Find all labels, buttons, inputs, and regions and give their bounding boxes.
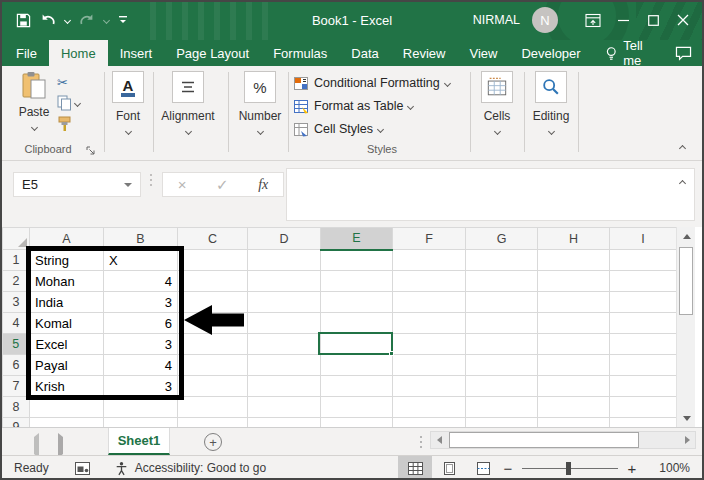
cell[interactable] bbox=[466, 397, 538, 418]
cell[interactable] bbox=[466, 355, 538, 376]
zoom-slider-thumb[interactable] bbox=[566, 462, 571, 475]
cell[interactable] bbox=[538, 334, 610, 355]
cell[interactable] bbox=[610, 334, 677, 355]
cell[interactable] bbox=[393, 334, 466, 355]
tab-page-layout[interactable]: Page Layout bbox=[164, 40, 261, 66]
column-header-h[interactable]: H bbox=[538, 228, 610, 250]
sheet-nav-right-button[interactable] bbox=[58, 437, 63, 455]
column-header-g[interactable]: G bbox=[466, 228, 538, 250]
page-layout-view-button[interactable] bbox=[432, 456, 466, 480]
cell[interactable] bbox=[321, 271, 393, 292]
cell[interactable] bbox=[610, 376, 677, 397]
formula-input[interactable] bbox=[286, 168, 695, 221]
avatar[interactable]: N bbox=[532, 7, 558, 33]
format-painter-button[interactable] bbox=[57, 115, 72, 133]
cell[interactable] bbox=[610, 313, 677, 334]
sheet-tab-sheet1[interactable]: Sheet1 bbox=[108, 428, 170, 455]
cell[interactable] bbox=[178, 250, 248, 271]
scroll-up-button[interactable] bbox=[677, 227, 696, 245]
vertical-scrollbar[interactable] bbox=[676, 227, 695, 427]
new-sheet-button[interactable]: + bbox=[204, 433, 222, 451]
tell-me-box[interactable]: Tell me bbox=[593, 40, 675, 66]
cell[interactable] bbox=[321, 313, 393, 334]
font-group-button[interactable]: A Font bbox=[95, 71, 161, 137]
cell[interactable] bbox=[538, 418, 610, 428]
vertical-scrollbar-thumb[interactable] bbox=[679, 247, 693, 315]
cell[interactable] bbox=[321, 397, 393, 418]
cell[interactable] bbox=[178, 397, 248, 418]
zoom-out-button[interactable]: − bbox=[500, 460, 516, 477]
close-button[interactable] bbox=[668, 0, 698, 40]
undo-button[interactable] bbox=[38, 7, 58, 33]
cell[interactable] bbox=[466, 334, 538, 355]
ribbon-display-options-button[interactable] bbox=[578, 0, 608, 40]
zoom-in-button[interactable]: + bbox=[624, 460, 640, 477]
cell[interactable] bbox=[178, 376, 248, 397]
cell[interactable] bbox=[610, 355, 677, 376]
horizontal-scrollbar[interactable] bbox=[430, 431, 696, 449]
cell[interactable] bbox=[248, 313, 321, 334]
cell[interactable] bbox=[538, 313, 610, 334]
cell[interactable] bbox=[466, 313, 538, 334]
cut-button[interactable]: ✂ bbox=[57, 73, 68, 91]
save-button[interactable] bbox=[14, 7, 33, 33]
cell[interactable] bbox=[248, 376, 321, 397]
cell[interactable] bbox=[393, 250, 466, 271]
editing-group-button[interactable]: Editing bbox=[518, 71, 584, 137]
name-box[interactable]: E5 bbox=[13, 172, 141, 197]
cell[interactable] bbox=[466, 271, 538, 292]
cell[interactable] bbox=[178, 418, 248, 428]
cell[interactable] bbox=[610, 292, 677, 313]
cell[interactable] bbox=[321, 418, 393, 428]
column-header-i[interactable]: I bbox=[610, 228, 677, 250]
insert-function-button[interactable]: fx bbox=[258, 177, 268, 193]
macro-record-button[interactable] bbox=[75, 462, 90, 475]
cell[interactable] bbox=[321, 292, 393, 313]
row-header-9[interactable]: 9 bbox=[3, 418, 30, 428]
tab-home[interactable]: Home bbox=[49, 40, 108, 66]
tab-data[interactable]: Data bbox=[339, 40, 390, 66]
page-break-preview-button[interactable] bbox=[466, 456, 500, 480]
tab-developer[interactable]: Developer bbox=[509, 40, 592, 66]
cell[interactable] bbox=[178, 271, 248, 292]
tab-review[interactable]: Review bbox=[391, 40, 458, 66]
name-box-dropdown-icon[interactable] bbox=[124, 183, 132, 187]
cell[interactable] bbox=[393, 313, 466, 334]
column-header-d[interactable]: D bbox=[248, 228, 321, 250]
cell[interactable] bbox=[538, 376, 610, 397]
cell[interactable] bbox=[248, 250, 321, 271]
cell[interactable] bbox=[321, 376, 393, 397]
scroll-right-button[interactable] bbox=[679, 432, 695, 448]
cell[interactable] bbox=[610, 397, 677, 418]
cell[interactable] bbox=[30, 418, 104, 428]
customize-quick-access-button[interactable] bbox=[116, 7, 130, 33]
cell[interactable] bbox=[393, 271, 466, 292]
cell[interactable] bbox=[248, 334, 321, 355]
cell[interactable] bbox=[393, 397, 466, 418]
column-header-c[interactable]: C bbox=[178, 228, 248, 250]
sheet-nav-left-button[interactable] bbox=[34, 437, 39, 455]
cell[interactable] bbox=[466, 250, 538, 271]
cell[interactable] bbox=[466, 376, 538, 397]
cell[interactable] bbox=[610, 250, 677, 271]
zoom-slider[interactable] bbox=[522, 462, 618, 475]
maximize-button[interactable] bbox=[638, 0, 668, 40]
cell[interactable] bbox=[393, 355, 466, 376]
cell[interactable] bbox=[248, 418, 321, 428]
fill-handle[interactable] bbox=[389, 351, 394, 356]
cell[interactable] bbox=[248, 271, 321, 292]
cell[interactable] bbox=[321, 355, 393, 376]
column-header-f[interactable]: F bbox=[393, 228, 466, 250]
horizontal-scrollbar-thumb[interactable] bbox=[449, 432, 639, 448]
cell[interactable] bbox=[321, 250, 393, 271]
tab-insert[interactable]: Insert bbox=[108, 40, 165, 66]
cell[interactable] bbox=[178, 355, 248, 376]
tab-formulas[interactable]: Formulas bbox=[261, 40, 339, 66]
cell[interactable] bbox=[393, 292, 466, 313]
cell[interactable] bbox=[466, 292, 538, 313]
cell[interactable] bbox=[393, 376, 466, 397]
clipboard-dialog-launcher[interactable] bbox=[86, 145, 96, 159]
cell[interactable] bbox=[538, 292, 610, 313]
formula-bar-expand-icon[interactable] bbox=[679, 180, 686, 187]
cell[interactable] bbox=[104, 418, 178, 428]
